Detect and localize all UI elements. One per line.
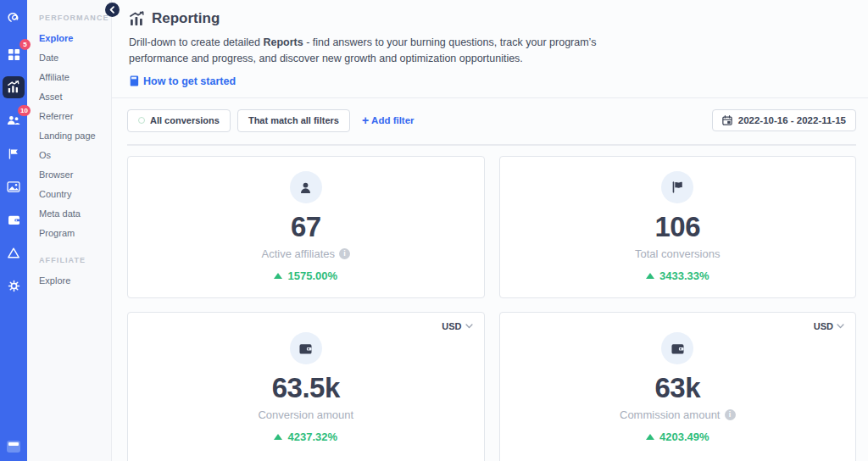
currency-label: USD	[814, 321, 833, 331]
info-icon[interactable]: i	[339, 248, 350, 259]
secondary-sidebar: PERFORMANCE Explore Date Affiliate Asset…	[27, 0, 112, 461]
stat-value: 63k	[654, 372, 700, 404]
sidebar-item-os[interactable]: Os	[39, 150, 104, 160]
sidebar-item-browser[interactable]: Browser	[39, 169, 104, 180]
add-filter-label: Add filter	[371, 115, 414, 125]
chevron-down-icon	[465, 324, 473, 329]
person-icon	[290, 171, 322, 203]
stat-card-active-affiliates: 67 Active affiliates i 1575.00%	[127, 156, 485, 298]
stat-label-text: Active affiliates	[262, 247, 335, 260]
trend-up-icon	[646, 434, 654, 440]
stat-delta: 4237.32%	[274, 430, 337, 443]
reporting-chart-icon	[129, 11, 145, 26]
tapfiliate-logo[interactable]	[4, 8, 23, 28]
section-divider	[127, 144, 856, 146]
page-title: Reporting	[152, 10, 220, 27]
how-to-link-label: How to get started	[143, 75, 236, 87]
currency-label: USD	[442, 321, 461, 331]
description-bold: Reports	[263, 36, 303, 48]
sidebar-item-explore[interactable]: Explore	[39, 33, 104, 43]
match-all-filters-label: That match all filters	[248, 115, 339, 125]
settings-gear-icon[interactable]	[3, 275, 25, 297]
delta-text: 1575.00%	[287, 269, 337, 282]
stat-label-text: Commission amount	[620, 408, 721, 421]
date-range-picker[interactable]: 2022-10-16 - 2022-11-15	[712, 109, 856, 131]
sidebar-item-country[interactable]: Country	[39, 189, 104, 199]
rail-nav: 5 10	[3, 43, 25, 297]
stat-delta: 1575.00%	[274, 269, 337, 282]
page-description: Drill-down to create detailed Reports - …	[129, 35, 620, 68]
sidebar-item-meta-data[interactable]: Meta data	[39, 208, 104, 219]
wallet-icon	[290, 332, 322, 364]
stat-card-total-conversions: 106 Total conversions 3433.33%	[499, 156, 857, 298]
delta-text: 3433.33%	[659, 269, 709, 282]
stat-label: Active affiliates i	[262, 247, 350, 260]
sidebar-item-date[interactable]: Date	[39, 53, 104, 63]
all-conversions-button[interactable]: All conversions	[127, 109, 231, 132]
stat-cards-grid: 67 Active affiliates i 1575.00% 106 Tota…	[127, 156, 856, 461]
date-range-label: 2022-10-16 - 2022-11-15	[738, 115, 846, 125]
stat-label-text: Total conversions	[635, 247, 720, 260]
info-icon[interactable]: i	[725, 409, 736, 420]
docs-book-icon[interactable]	[7, 441, 20, 453]
chevron-down-icon	[837, 324, 844, 329]
sidebar-heading-performance: PERFORMANCE	[39, 14, 104, 22]
chevron-left-icon	[108, 6, 116, 14]
main-content: Reporting Drill-down to create detailed …	[112, 0, 868, 461]
currency-selector[interactable]: USD	[814, 321, 844, 331]
sidebar-item-referrer[interactable]: Referrer	[39, 111, 104, 121]
plus-icon: +	[362, 114, 369, 126]
book-icon	[129, 75, 139, 86]
stat-label: Total conversions	[635, 247, 720, 260]
wallet-icon	[661, 332, 693, 364]
rail-bottom	[7, 441, 20, 453]
sidebar-item-affiliate[interactable]: Affiliate	[39, 72, 104, 82]
stat-label-text: Conversion amount	[258, 408, 353, 421]
flag-icon	[661, 171, 693, 203]
stat-card-commission-amount: USD 63k Commission amount i 4203.49%	[499, 312, 857, 461]
match-all-filters-button[interactable]: That match all filters	[237, 109, 350, 132]
sidebar-item-landing-page[interactable]: Landing page	[39, 131, 104, 141]
program-triangle-icon[interactable]	[3, 242, 25, 264]
collapse-sidebar-button[interactable]	[105, 3, 120, 17]
stat-delta: 3433.33%	[646, 269, 709, 282]
sidebar-item-program[interactable]: Program	[39, 228, 104, 238]
primary-icon-rail: 5 10	[0, 0, 27, 461]
filter-bar: All conversions That match all filters +…	[112, 109, 868, 132]
delta-text: 4237.32%	[287, 430, 337, 443]
reports-bar-chart-icon[interactable]	[3, 76, 25, 98]
conversions-flag-icon[interactable]	[3, 142, 25, 164]
page-header: Reporting Drill-down to create detailed …	[112, 0, 868, 98]
sidebar-item-affiliate-explore[interactable]: Explore	[39, 275, 104, 286]
stat-value: 106	[654, 211, 700, 243]
trend-up-icon	[274, 273, 282, 279]
stat-value: 67	[291, 211, 321, 243]
stat-label: Conversion amount	[258, 408, 353, 421]
affiliates-people-icon[interactable]: 10	[3, 109, 25, 131]
sidebar-item-asset[interactable]: Asset	[39, 92, 104, 102]
sidebar-heading-affiliate: AFFILIATE	[39, 256, 104, 264]
stat-label: Commission amount i	[620, 408, 736, 421]
delta-text: 4203.49%	[659, 430, 709, 443]
description-prefix: Drill-down to create detailed	[129, 36, 263, 48]
all-conversions-label: All conversions	[150, 115, 220, 125]
affiliates-badge: 10	[18, 105, 31, 116]
assets-image-icon[interactable]	[3, 175, 25, 197]
payouts-wallet-icon[interactable]	[3, 208, 25, 230]
currency-selector[interactable]: USD	[442, 321, 472, 331]
dashboard-grid-icon[interactable]: 5	[3, 43, 25, 65]
calendar-icon	[722, 115, 732, 125]
stat-card-conversion-amount: USD 63.5k Conversion amount 4237.32%	[127, 312, 485, 461]
add-filter-button[interactable]: + Add filter	[362, 114, 415, 126]
trend-up-icon	[646, 273, 654, 279]
stat-value: 63.5k	[272, 372, 340, 404]
dashboard-badge: 5	[19, 39, 31, 50]
stat-delta: 4203.49%	[646, 430, 709, 443]
trend-up-icon	[274, 434, 282, 440]
scope-dot-icon	[138, 117, 145, 124]
how-to-get-started-link[interactable]: How to get started	[129, 75, 851, 87]
